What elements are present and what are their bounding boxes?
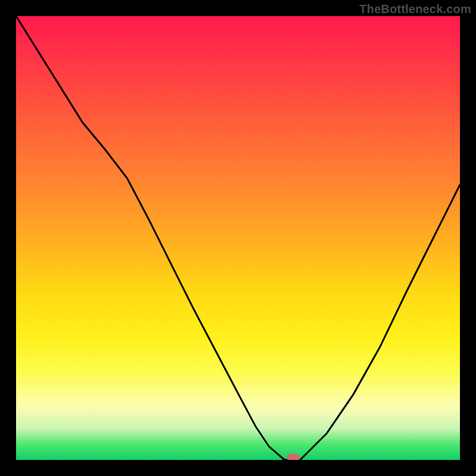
plot-area bbox=[16, 16, 460, 460]
bottleneck-curve bbox=[16, 16, 460, 460]
chart-frame: TheBottleneck.com bbox=[0, 0, 476, 476]
watermark-text: TheBottleneck.com bbox=[359, 2, 471, 16]
optimal-point-marker bbox=[287, 454, 300, 460]
